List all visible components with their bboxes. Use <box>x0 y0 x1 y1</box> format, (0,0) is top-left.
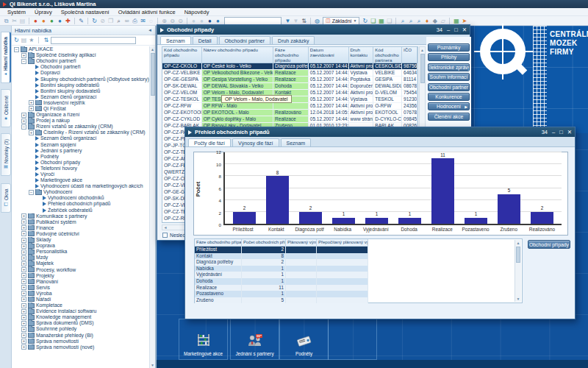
expand-icon[interactable]: + <box>21 225 26 230</box>
tree-item-seznam-c-lenu-organizaci[interactable]: Seznam členů organizací <box>12 94 151 100</box>
button-pr-i-lohy[interactable]: Přílohy <box>428 53 470 61</box>
menu-item-u-pravy[interactable]: Úpravy <box>30 9 57 15</box>
quick-filter-input[interactable] <box>224 17 282 25</box>
sidebar-tab-okna[interactable]: ❐Okna <box>1 183 11 213</box>
print-icon[interactable]: ⎙ <box>131 17 139 25</box>
tab-druh-zaka-zky[interactable]: Druh zakázky <box>272 36 315 44</box>
menu-item-spolec-na-nastaveni[interactable]: Společná nastavení <box>57 9 114 15</box>
expand-icon[interactable]: + <box>21 285 26 290</box>
table-row[interactable]: Vyjednávání1 <box>195 272 368 278</box>
expand-icon[interactable]: + <box>21 219 26 224</box>
minimize-icon[interactable]: – <box>552 129 555 136</box>
expand-icon[interactable]: + <box>21 303 26 308</box>
expand-icon[interactable]: + <box>21 291 26 296</box>
table-row[interactable]: OP-CZ-VELBIKEOP Velkoobchod Bikezone - V… <box>162 70 417 77</box>
expand-icon[interactable]: + <box>21 244 26 249</box>
grid-icon[interactable]: ▦ <box>377 17 385 25</box>
shortcut-marketingove-akce[interactable]: Marketingové akce <box>179 319 228 360</box>
bar-nabi-dka[interactable] <box>332 218 355 224</box>
tree-item-kompletace[interactable]: +Kompletace <box>12 302 151 308</box>
table-row[interactable]: OP-CZ-EKOTOOLOP EKOTOOL - MaloRealizován… <box>162 110 417 116</box>
tree-item-vyhodnoceni-obchodni-ku[interactable]: Vyhodnocení obchodníků <box>12 195 151 201</box>
zoom-out-icon[interactable]: ⌕ <box>406 17 415 25</box>
tree-item-insolvenc-ni-rejstr-i-k[interactable]: +Insolvenční rejstřík <box>12 100 151 106</box>
tree-item-majetek[interactable]: +Majetek <box>12 261 151 266</box>
tree-item-evidence-instalaci-softwaru[interactable]: +Evidence instalací softwaru <box>12 308 151 314</box>
button-obchodni-partner[interactable]: Obchodní partner <box>428 83 470 91</box>
scroll-up-icon[interactable]: ▲ <box>150 46 155 52</box>
expand-icon[interactable]: + <box>21 53 26 58</box>
menu-item-ovla-da-ni-aktivni-funkce[interactable]: Ovládání aktivní funkce <box>114 9 180 15</box>
table-add-icon[interactable]: ▦ <box>452 17 460 25</box>
column-header-fa-ze-obchodni-ho-pr-i-padu[interactable]: Fáze obchodního případu <box>195 239 242 247</box>
button-pozna-mky[interactable]: Poznámky <box>428 43 470 52</box>
cut-icon[interactable]: ✂ <box>10 17 18 25</box>
globe-icon[interactable]: ◍ <box>313 17 321 25</box>
send-icon[interactable]: ➤ <box>460 17 468 25</box>
collapse-icon[interactable]: − <box>21 124 26 130</box>
shortcut-podne-ty[interactable]: Podněty <box>279 319 329 360</box>
column-header-pr-epoc-i-tany-pla-novany-vy-nos[interactable]: Přepočítaný plánovaný výnos <box>317 239 368 247</box>
tree-item-mzdy[interactable]: +Mzdy <box>12 255 151 261</box>
tree-item-qi-finstat[interactable]: +QI FinStat <box>12 106 151 112</box>
maximize-icon[interactable]: □ <box>559 129 563 136</box>
expand-icon[interactable]: + <box>21 273 26 278</box>
zoom-in-icon[interactable]: ⌕ <box>398 17 406 25</box>
bar-diagno-za-potr-eby[interactable] <box>299 212 322 224</box>
column-header-fa-ze-obchodni-ho-pr-i-padu[interactable]: Fáze obchodního případu <box>273 47 309 63</box>
sidebar-tab-novinky-3[interactable]: ▤Novinky (3) <box>1 133 11 176</box>
unwatched-checkbox[interactable] <box>162 233 168 238</box>
nav-home-icon[interactable]: ● <box>206 17 214 25</box>
tree-item-vyhodnoceni[interactable]: −Vyhodnocení <box>12 189 151 195</box>
tree-item-jedna-ni-s-partnery[interactable]: Jednání s partnery <box>12 148 151 154</box>
table-row[interactable]: OP-GE-GESIPAOP Gesipa Vorstellung - Velk… <box>162 77 417 83</box>
filter-icon[interactable]: ▼ <box>284 17 292 25</box>
scroll-thumb[interactable] <box>516 247 520 263</box>
sidebar-tab-obli-bene[interactable]: ★Oblíbené <box>1 89 11 127</box>
tree-item-komunikace-s-partnery[interactable]: +Komunikace s partnery <box>12 213 151 219</box>
tree-item-projekty[interactable]: +Projekty <box>12 273 151 279</box>
mail-icon[interactable]: ✉ <box>139 17 147 25</box>
button-c-lene-ni-akce[interactable]: Členění akce <box>428 113 470 121</box>
tag-icon[interactable]: ◆ <box>431 17 439 25</box>
expand-icon[interactable]: + <box>21 339 26 344</box>
overview-window-titlebar[interactable]: Přehled obchodních případů 34 – □ ✕ <box>185 127 575 137</box>
tree-item-publikac-ni-syste-m[interactable]: +Publikační systém <box>12 219 151 225</box>
favorites-star-icon[interactable]: ★ <box>29 37 34 44</box>
menu-item-syste-m[interactable]: Systém <box>3 9 30 15</box>
table-row[interactable]: OP-CZ-CKOLOOP České kolo - VelkoDiagnóza… <box>162 63 417 70</box>
table-row[interactable]: OP-CZ-RFWOP RFW - Malo05.12.2007 14:44:5… <box>162 103 417 110</box>
panel-icon[interactable]: ❏ <box>385 17 393 25</box>
bar-realizace[interactable] <box>431 158 454 224</box>
tree-item-skupiny-obchodni-ch-partneru-odbytove-sektory[interactable]: Skupiny obchodních partnerů (Odbytové se… <box>12 76 151 82</box>
column-header-ko-d-obchodni-ho-partnera[interactable]: Kód obchodního partnera <box>373 47 402 63</box>
tab-seznam[interactable]: Seznam <box>281 138 312 146</box>
bar-pr-i-lez-itost[interactable] <box>233 212 256 224</box>
tree-item-prodej-a-na-kup[interactable]: +Prodej a nákup <box>12 118 151 124</box>
nav-back-icon[interactable]: ● <box>190 17 198 25</box>
tree-item-pla-nova-ni[interactable]: +Plánování <box>12 279 151 285</box>
tree-item-servis[interactable]: +Servis <box>12 285 151 291</box>
column-header-ko-d-obchodni-ho-pr-i-padu[interactable]: Kód obchodního případu <box>162 47 202 63</box>
menu-item-na-pove-dy[interactable]: Nápovědy <box>180 9 214 15</box>
button-hodnoceni[interactable]: Hodnocení▶ <box>428 102 470 110</box>
bar-vyjedna-va-ni[interactable] <box>365 218 388 224</box>
column-header-ic-o[interactable]: IČO <box>402 47 417 63</box>
tree-item-c-i-selni-ky-r-i-zeni-vztahu-se-za-kazni-ky-crm[interactable]: +Číselníky - Řízení vztahů se zákazníky … <box>12 130 151 135</box>
expand-icon[interactable]: + <box>21 344 26 350</box>
scroll-up-icon[interactable]: ▲ <box>515 240 521 246</box>
record-first-icon[interactable]: ● <box>32 17 40 25</box>
attachment-icon[interactable]: ✎ <box>77 17 85 25</box>
link-icon[interactable]: ∞ <box>123 17 131 25</box>
tree-item-obchodni-pr-i-pady[interactable]: Obchodní případy <box>12 160 151 166</box>
tree-item-r-i-zeni-vztahu-se-za-kazni-ky-crm[interactable]: −Řízení vztahů se zákazníky (CRM) <box>12 124 151 130</box>
tree-item-bonitni-skupiny-dodavatelu[interactable]: Bonitní skupiny dodavatelů <box>12 88 151 94</box>
table-row[interactable]: Diagnóza potřeby2 <box>195 259 368 266</box>
tree-item-z-ebr-i-c-ek-odbe-ratelu[interactable]: Žebříček odběratelů <box>12 208 151 213</box>
tree-panel-icon[interactable]: ▤ <box>21 37 27 44</box>
sort-icon[interactable]: ⇅ <box>300 17 308 25</box>
tree-item-obchodni-partner-i[interactable]: Obchodní partneři <box>12 64 151 70</box>
tree-item-obchodni-partner-i[interactable]: −Obchodní partneři <box>12 58 151 64</box>
remove-icon[interactable]: ⊖ <box>168 17 176 25</box>
expand-icon[interactable]: + <box>21 213 26 219</box>
